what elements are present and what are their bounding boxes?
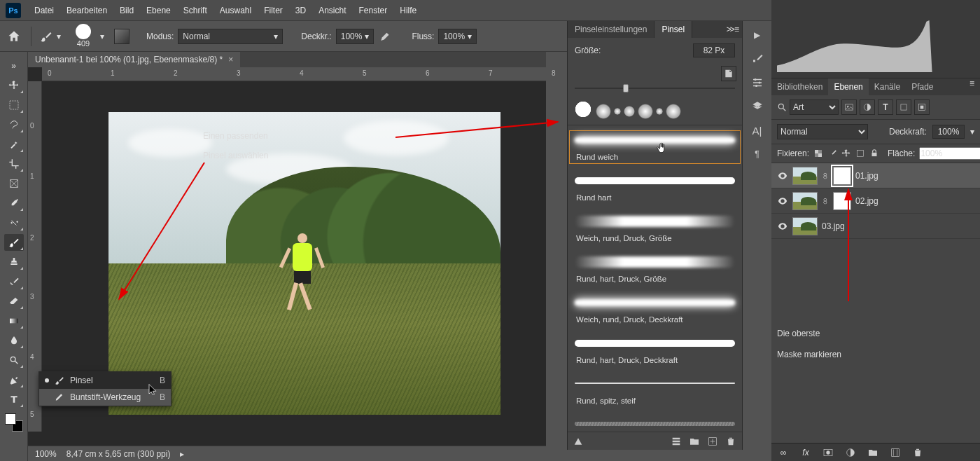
layer-fx-icon[interactable]: fx: [799, 446, 812, 459]
layer-mask-thumbnail[interactable]: [833, 192, 851, 210]
type-tool[interactable]: [4, 391, 24, 408]
menu-fenster[interactable]: Fenster: [353, 6, 394, 15]
fill-input[interactable]: [919, 147, 980, 160]
pen-tool[interactable]: [4, 371, 24, 388]
brush-size-input[interactable]: [693, 43, 735, 57]
new-group-icon[interactable]: [867, 446, 879, 459]
layer-thumbnail[interactable]: [792, 192, 818, 210]
paragraph-icon[interactable]: ¶: [750, 147, 764, 161]
menu-ebene[interactable]: Ebene: [140, 6, 177, 15]
new-folder-icon[interactable]: [689, 436, 700, 447]
trash-icon[interactable]: [725, 436, 736, 447]
dropdown-icon[interactable]: ▾: [970, 127, 974, 137]
lock-paint-icon[interactable]: [827, 147, 837, 160]
layer-thumbnail[interactable]: [792, 167, 818, 185]
brush-row[interactable]: Rund, hart, Druck, Deckkraft: [568, 332, 742, 369]
status-zoom[interactable]: 100%: [35, 449, 57, 459]
brush-row[interactable]: Rund hart: [568, 170, 742, 206]
filter-adjust-icon[interactable]: [860, 99, 875, 115]
brush-preview[interactable]: 409: [71, 24, 96, 49]
new-layer-icon[interactable]: [889, 446, 902, 459]
opacity-field[interactable]: 100%▾: [336, 29, 374, 44]
document-tab[interactable]: Unbenannt-1 bei 100% (01.jpg, Ebenenmask…: [28, 52, 240, 67]
link-layers-icon[interactable]: ∞: [777, 446, 790, 459]
trash-icon[interactable]: [911, 446, 924, 459]
filter-image-icon[interactable]: [841, 99, 857, 115]
brush-row[interactable]: Rund, hart, Druck, Größe: [568, 251, 742, 287]
layer-row[interactable]: 𝟾 02.jpg: [771, 188, 980, 214]
dropdown-icon[interactable]: ▾: [57, 32, 66, 41]
marquee-tool[interactable]: [4, 97, 24, 113]
layer-row[interactable]: 𝟾 01.jpg: [771, 163, 980, 188]
dodge-tool[interactable]: [4, 352, 24, 369]
filter-type-icon[interactable]: T: [878, 99, 893, 115]
filter-shape-icon[interactable]: [896, 99, 911, 115]
brush-tip[interactable]: [596, 104, 611, 119]
visibility-icon[interactable]: [777, 195, 788, 207]
lasso-tool[interactable]: [4, 116, 24, 133]
close-tab-icon[interactable]: ×: [228, 55, 233, 64]
mask-link-icon[interactable]: 𝟾: [822, 196, 829, 206]
layer-filter-select[interactable]: Art: [790, 99, 839, 115]
opacity-pressure-icon[interactable]: [378, 29, 393, 44]
eyedropper-tool[interactable]: [4, 195, 24, 212]
play-icon[interactable]: ▶: [750, 28, 764, 42]
tab-pinsel[interactable]: Pinsel: [654, 21, 692, 38]
gradient-tool[interactable]: [4, 312, 24, 329]
menu-3d[interactable]: 3D: [289, 6, 312, 15]
brush-row[interactable]: Weich, rund, Druck, Größe: [568, 210, 742, 247]
brush-row[interactable]: Weich, rund, Druck, Deckkraft: [568, 291, 742, 328]
brush-settings-icon[interactable]: [750, 52, 764, 66]
brush-tip[interactable]: [624, 106, 635, 117]
layer-name[interactable]: 02.jpg: [855, 196, 974, 206]
status-arrow-icon[interactable]: ▸: [180, 449, 184, 459]
menu-bild[interactable]: Bild: [113, 6, 140, 15]
wand-tool[interactable]: [4, 136, 24, 153]
tab-bibliotheken[interactable]: Bibliotheken: [771, 78, 828, 95]
adjustment-layer-icon[interactable]: [844, 446, 857, 459]
opacity-input[interactable]: [932, 125, 965, 139]
color-swatch[interactable]: [5, 413, 23, 432]
menu-auswahl[interactable]: Auswahl: [214, 6, 258, 15]
layer-name[interactable]: 03.jpg: [822, 221, 974, 231]
layer-name[interactable]: 01.jpg: [855, 171, 974, 181]
menu-ansicht[interactable]: Ansicht: [312, 6, 352, 15]
visibility-icon[interactable]: [777, 170, 788, 181]
visibility-icon[interactable]: [777, 221, 788, 232]
expand-panel-icon[interactable]: >> ≡: [722, 25, 742, 34]
expand-toolbar-icon[interactable]: »: [4, 57, 24, 74]
brush-tip[interactable]: [638, 104, 653, 119]
menu-hilfe[interactable]: Hilfe: [393, 6, 423, 15]
crop-tool[interactable]: [4, 156, 24, 172]
blend-mode-select[interactable]: Normal: [777, 124, 868, 139]
filter-smart-icon[interactable]: [914, 99, 930, 115]
brush-tip[interactable]: [656, 108, 663, 115]
layer-row[interactable]: 03.jpg: [771, 214, 980, 239]
lock-artboard-icon[interactable]: [855, 147, 865, 160]
move-tool[interactable]: [4, 77, 24, 94]
eraser-tool[interactable]: [4, 293, 24, 310]
mask-link-icon[interactable]: 𝟾: [822, 171, 829, 181]
brush-size-slider[interactable]: [575, 84, 735, 92]
menu-filter[interactable]: Filter: [258, 6, 289, 15]
brush-tip[interactable]: [614, 108, 621, 115]
tab-pfade[interactable]: Pfade: [906, 78, 939, 95]
add-mask-icon[interactable]: [822, 446, 834, 459]
healing-tool[interactable]: [4, 214, 24, 231]
new-brush-icon[interactable]: [707, 436, 718, 447]
stamp-tool[interactable]: [4, 254, 24, 270]
live-tip-toggle[interactable]: [721, 66, 736, 81]
home-icon[interactable]: [6, 28, 22, 45]
panel-menu-icon[interactable]: ≡: [964, 78, 980, 95]
layer-thumbnail[interactable]: [792, 217, 818, 235]
tab-kanaele[interactable]: Kanäle: [869, 78, 906, 95]
adjustments-icon[interactable]: [750, 76, 764, 90]
tool-preset-icon[interactable]: [40, 30, 52, 43]
tab-pinseleinstellungen[interactable]: Pinseleinstellungen: [568, 21, 654, 38]
mode-select[interactable]: Normal ▾: [178, 29, 283, 44]
frame-tool[interactable]: [4, 175, 24, 192]
dropdown-icon[interactable]: ▾: [100, 32, 110, 41]
brush-row[interactable]: Rund, spitz, steif: [568, 373, 742, 409]
brush-tip[interactable]: [666, 104, 681, 119]
brush-row[interactable]: Rund, stumpf, mittlere Steifheit: [568, 413, 742, 432]
